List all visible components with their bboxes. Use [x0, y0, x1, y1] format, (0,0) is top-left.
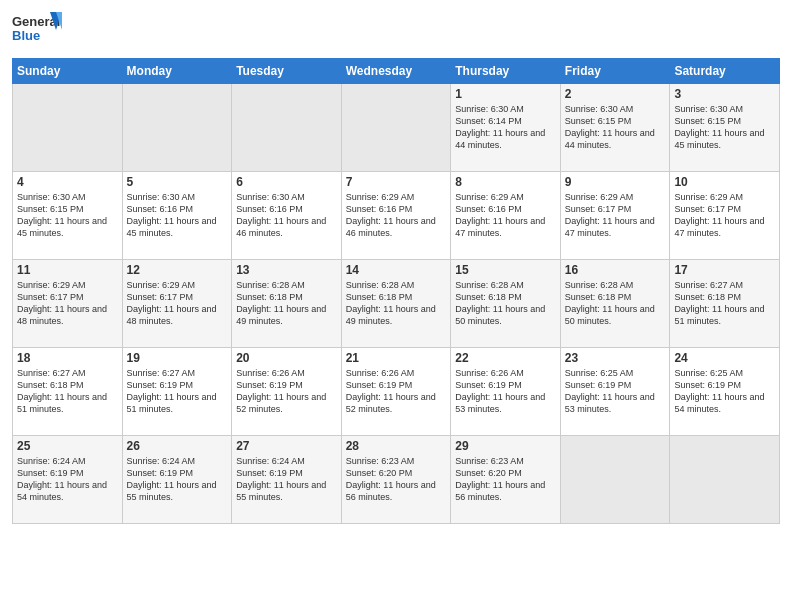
- day-number: 17: [674, 263, 775, 277]
- calendar-cell: 27Sunrise: 6:24 AM Sunset: 6:19 PM Dayli…: [232, 436, 342, 524]
- calendar-cell: 13Sunrise: 6:28 AM Sunset: 6:18 PM Dayli…: [232, 260, 342, 348]
- day-info: Sunrise: 6:25 AM Sunset: 6:19 PM Dayligh…: [674, 367, 775, 416]
- svg-text:Blue: Blue: [12, 28, 40, 43]
- day-number: 28: [346, 439, 447, 453]
- day-info: Sunrise: 6:24 AM Sunset: 6:19 PM Dayligh…: [236, 455, 337, 504]
- day-info: Sunrise: 6:30 AM Sunset: 6:15 PM Dayligh…: [565, 103, 666, 152]
- day-number: 13: [236, 263, 337, 277]
- day-info: Sunrise: 6:23 AM Sunset: 6:20 PM Dayligh…: [346, 455, 447, 504]
- weekday-header-friday: Friday: [560, 59, 670, 84]
- logo: GeneralBlue: [12, 10, 62, 52]
- day-number: 25: [17, 439, 118, 453]
- day-number: 12: [127, 263, 228, 277]
- calendar-cell: 12Sunrise: 6:29 AM Sunset: 6:17 PM Dayli…: [122, 260, 232, 348]
- day-info: Sunrise: 6:28 AM Sunset: 6:18 PM Dayligh…: [236, 279, 337, 328]
- day-number: 2: [565, 87, 666, 101]
- day-number: 15: [455, 263, 556, 277]
- day-info: Sunrise: 6:24 AM Sunset: 6:19 PM Dayligh…: [17, 455, 118, 504]
- calendar-cell: 23Sunrise: 6:25 AM Sunset: 6:19 PM Dayli…: [560, 348, 670, 436]
- calendar-cell: 18Sunrise: 6:27 AM Sunset: 6:18 PM Dayli…: [13, 348, 123, 436]
- day-number: 3: [674, 87, 775, 101]
- page: GeneralBlue SundayMondayTuesdayWednesday…: [0, 0, 792, 612]
- day-number: 8: [455, 175, 556, 189]
- calendar-cell: 9Sunrise: 6:29 AM Sunset: 6:17 PM Daylig…: [560, 172, 670, 260]
- day-info: Sunrise: 6:30 AM Sunset: 6:14 PM Dayligh…: [455, 103, 556, 152]
- weekday-header-wednesday: Wednesday: [341, 59, 451, 84]
- day-number: 10: [674, 175, 775, 189]
- day-number: 20: [236, 351, 337, 365]
- calendar-cell: 7Sunrise: 6:29 AM Sunset: 6:16 PM Daylig…: [341, 172, 451, 260]
- calendar-cell: 28Sunrise: 6:23 AM Sunset: 6:20 PM Dayli…: [341, 436, 451, 524]
- day-info: Sunrise: 6:23 AM Sunset: 6:20 PM Dayligh…: [455, 455, 556, 504]
- calendar-week-4: 25Sunrise: 6:24 AM Sunset: 6:19 PM Dayli…: [13, 436, 780, 524]
- calendar-cell: 14Sunrise: 6:28 AM Sunset: 6:18 PM Dayli…: [341, 260, 451, 348]
- day-number: 26: [127, 439, 228, 453]
- calendar-cell: [560, 436, 670, 524]
- calendar-cell: 21Sunrise: 6:26 AM Sunset: 6:19 PM Dayli…: [341, 348, 451, 436]
- day-info: Sunrise: 6:29 AM Sunset: 6:17 PM Dayligh…: [674, 191, 775, 240]
- day-number: 6: [236, 175, 337, 189]
- day-info: Sunrise: 6:28 AM Sunset: 6:18 PM Dayligh…: [346, 279, 447, 328]
- calendar-cell: 24Sunrise: 6:25 AM Sunset: 6:19 PM Dayli…: [670, 348, 780, 436]
- calendar-cell: 25Sunrise: 6:24 AM Sunset: 6:19 PM Dayli…: [13, 436, 123, 524]
- calendar-table: SundayMondayTuesdayWednesdayThursdayFrid…: [12, 58, 780, 524]
- day-info: Sunrise: 6:30 AM Sunset: 6:15 PM Dayligh…: [17, 191, 118, 240]
- calendar-cell: [232, 84, 342, 172]
- day-number: 22: [455, 351, 556, 365]
- weekday-header-sunday: Sunday: [13, 59, 123, 84]
- calendar-cell: 11Sunrise: 6:29 AM Sunset: 6:17 PM Dayli…: [13, 260, 123, 348]
- calendar-cell: 29Sunrise: 6:23 AM Sunset: 6:20 PM Dayli…: [451, 436, 561, 524]
- calendar-cell: 15Sunrise: 6:28 AM Sunset: 6:18 PM Dayli…: [451, 260, 561, 348]
- day-number: 29: [455, 439, 556, 453]
- calendar-cell: 2Sunrise: 6:30 AM Sunset: 6:15 PM Daylig…: [560, 84, 670, 172]
- calendar-cell: 8Sunrise: 6:29 AM Sunset: 6:16 PM Daylig…: [451, 172, 561, 260]
- calendar-cell: 20Sunrise: 6:26 AM Sunset: 6:19 PM Dayli…: [232, 348, 342, 436]
- weekday-header-row: SundayMondayTuesdayWednesdayThursdayFrid…: [13, 59, 780, 84]
- day-info: Sunrise: 6:30 AM Sunset: 6:16 PM Dayligh…: [127, 191, 228, 240]
- day-number: 24: [674, 351, 775, 365]
- day-number: 14: [346, 263, 447, 277]
- day-info: Sunrise: 6:30 AM Sunset: 6:16 PM Dayligh…: [236, 191, 337, 240]
- day-number: 9: [565, 175, 666, 189]
- calendar-cell: 22Sunrise: 6:26 AM Sunset: 6:19 PM Dayli…: [451, 348, 561, 436]
- calendar-cell: 6Sunrise: 6:30 AM Sunset: 6:16 PM Daylig…: [232, 172, 342, 260]
- calendar-cell: [670, 436, 780, 524]
- calendar-cell: 3Sunrise: 6:30 AM Sunset: 6:15 PM Daylig…: [670, 84, 780, 172]
- day-number: 5: [127, 175, 228, 189]
- calendar-cell: 17Sunrise: 6:27 AM Sunset: 6:18 PM Dayli…: [670, 260, 780, 348]
- calendar-cell: 19Sunrise: 6:27 AM Sunset: 6:19 PM Dayli…: [122, 348, 232, 436]
- calendar-cell: [341, 84, 451, 172]
- day-info: Sunrise: 6:29 AM Sunset: 6:17 PM Dayligh…: [127, 279, 228, 328]
- day-info: Sunrise: 6:26 AM Sunset: 6:19 PM Dayligh…: [346, 367, 447, 416]
- header: GeneralBlue: [12, 10, 780, 52]
- calendar-cell: 26Sunrise: 6:24 AM Sunset: 6:19 PM Dayli…: [122, 436, 232, 524]
- day-info: Sunrise: 6:28 AM Sunset: 6:18 PM Dayligh…: [455, 279, 556, 328]
- weekday-header-thursday: Thursday: [451, 59, 561, 84]
- calendar-cell: 4Sunrise: 6:30 AM Sunset: 6:15 PM Daylig…: [13, 172, 123, 260]
- day-info: Sunrise: 6:29 AM Sunset: 6:17 PM Dayligh…: [565, 191, 666, 240]
- weekday-header-monday: Monday: [122, 59, 232, 84]
- weekday-header-tuesday: Tuesday: [232, 59, 342, 84]
- calendar-week-0: 1Sunrise: 6:30 AM Sunset: 6:14 PM Daylig…: [13, 84, 780, 172]
- day-info: Sunrise: 6:26 AM Sunset: 6:19 PM Dayligh…: [236, 367, 337, 416]
- calendar-cell: [122, 84, 232, 172]
- weekday-header-saturday: Saturday: [670, 59, 780, 84]
- day-info: Sunrise: 6:26 AM Sunset: 6:19 PM Dayligh…: [455, 367, 556, 416]
- day-info: Sunrise: 6:30 AM Sunset: 6:15 PM Dayligh…: [674, 103, 775, 152]
- day-number: 21: [346, 351, 447, 365]
- day-number: 19: [127, 351, 228, 365]
- calendar-week-3: 18Sunrise: 6:27 AM Sunset: 6:18 PM Dayli…: [13, 348, 780, 436]
- day-number: 27: [236, 439, 337, 453]
- day-info: Sunrise: 6:25 AM Sunset: 6:19 PM Dayligh…: [565, 367, 666, 416]
- day-info: Sunrise: 6:24 AM Sunset: 6:19 PM Dayligh…: [127, 455, 228, 504]
- calendar-cell: 16Sunrise: 6:28 AM Sunset: 6:18 PM Dayli…: [560, 260, 670, 348]
- day-number: 4: [17, 175, 118, 189]
- day-info: Sunrise: 6:29 AM Sunset: 6:16 PM Dayligh…: [346, 191, 447, 240]
- day-info: Sunrise: 6:27 AM Sunset: 6:19 PM Dayligh…: [127, 367, 228, 416]
- day-info: Sunrise: 6:28 AM Sunset: 6:18 PM Dayligh…: [565, 279, 666, 328]
- day-info: Sunrise: 6:29 AM Sunset: 6:16 PM Dayligh…: [455, 191, 556, 240]
- calendar-cell: [13, 84, 123, 172]
- day-number: 16: [565, 263, 666, 277]
- day-number: 7: [346, 175, 447, 189]
- day-number: 11: [17, 263, 118, 277]
